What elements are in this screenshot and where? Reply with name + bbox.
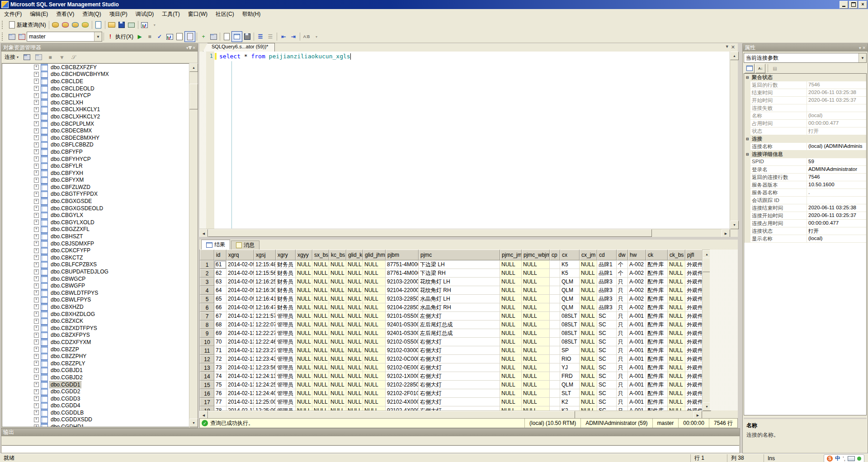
- grid-cell[interactable]: NULL: [312, 286, 329, 295]
- grid-cell[interactable]: 只: [617, 312, 628, 321]
- grid-cell[interactable]: [550, 303, 560, 312]
- grid-cell[interactable]: NULL: [346, 303, 363, 312]
- expand-icon[interactable]: +: [34, 276, 39, 281]
- oe-connect-server-button[interactable]: [22, 52, 32, 62]
- tree-item-table[interactable]: +dbo.CGDD1: [2, 381, 197, 388]
- chevron-down-icon[interactable]: ▾: [859, 46, 861, 50]
- template-parameters-button[interactable]: [184, 31, 195, 42]
- grid-cell[interactable]: 管理员: [276, 398, 296, 406]
- grid-cell[interactable]: 配件库: [646, 381, 668, 389]
- grid-cell[interactable]: 右侧大灯: [419, 389, 500, 398]
- grid-column-header[interactable]: glid_kc: [346, 250, 363, 260]
- grid-cell[interactable]: NULL: [522, 381, 550, 389]
- oe-filter-button[interactable]: ▼: [57, 52, 67, 62]
- grid-cell[interactable]: NULL: [346, 406, 363, 410]
- tree-item-table[interactable]: +dbo.CGDD3: [2, 395, 197, 402]
- grid-cell[interactable]: NULL: [500, 363, 522, 372]
- grid-cell[interactable]: 92401-0S300: [386, 321, 419, 329]
- grid-cell[interactable]: NULL: [329, 295, 346, 303]
- property-value[interactable]: (local): [807, 235, 866, 242]
- save-button[interactable]: [117, 20, 127, 30]
- grid-cell[interactable]: NULL: [522, 329, 550, 338]
- grid-cell[interactable]: 水晶角灯 LH: [419, 295, 500, 303]
- expand-icon[interactable]: +: [34, 206, 39, 211]
- grid-cell[interactable]: 2014-02-13: [226, 406, 254, 410]
- grid-cell[interactable]: 外观件: [685, 303, 703, 312]
- grid-cell[interactable]: NULL: [500, 260, 522, 269]
- expand-icon[interactable]: +: [34, 389, 39, 394]
- expand-icon[interactable]: +: [34, 213, 39, 218]
- grid-cell[interactable]: 12:15:48: [254, 260, 276, 269]
- tree-item-table[interactable]: +dbo.CGBJD1: [2, 367, 197, 374]
- tree-item-table[interactable]: +dbo.CBCLDEOLD: [2, 85, 197, 92]
- grid-cell[interactable]: SC: [597, 329, 617, 338]
- open-file-button[interactable]: [107, 20, 117, 30]
- grid-cell[interactable]: 花纹角灯 RH: [419, 286, 500, 295]
- grid-cell[interactable]: 财务员: [276, 260, 296, 269]
- expand-icon[interactable]: +: [34, 72, 39, 77]
- expand-icon[interactable]: +: [34, 142, 39, 147]
- grid-cell[interactable]: NULL: [522, 278, 550, 286]
- grid-cell[interactable]: NULL: [668, 389, 685, 398]
- grid-cell[interactable]: NULL: [580, 398, 597, 406]
- grid-cell[interactable]: NULL: [296, 260, 312, 269]
- expand-icon[interactable]: +: [34, 65, 39, 70]
- grid-cell[interactable]: NULL: [346, 381, 363, 389]
- grid-column-header[interactable]: xgyy: [296, 250, 312, 260]
- grid-cell[interactable]: NULL: [346, 269, 363, 278]
- grid-cell[interactable]: 2014-02-13: [226, 372, 254, 381]
- grid-cell[interactable]: NULL: [363, 303, 386, 312]
- property-value[interactable]: 7546: [807, 174, 866, 181]
- grid-cell[interactable]: 右侧大灯: [419, 338, 500, 346]
- grid-cell[interactable]: A-002: [628, 260, 646, 269]
- grid-cell[interactable]: 管理员: [276, 321, 296, 329]
- tree-item-table[interactable]: +dbo.CBCLXHKCLY2: [2, 113, 197, 120]
- grid-cell[interactable]: K5: [560, 260, 580, 269]
- grid-cell[interactable]: 73: [214, 363, 226, 372]
- grid-cell[interactable]: 12:22:27: [254, 329, 276, 338]
- expand-icon[interactable]: +: [34, 382, 39, 387]
- grid-cell[interactable]: NULL: [580, 303, 597, 312]
- tree-item-table[interactable]: +dbo.CBFYXM: [2, 177, 197, 184]
- grid-cell[interactable]: SC: [597, 398, 617, 406]
- grid-column-header[interactable]: pjbm: [386, 250, 419, 260]
- grid-cell[interactable]: [550, 372, 560, 381]
- tree-item-table[interactable]: +dbo.CBWLDTFPYS: [2, 289, 197, 297]
- grid-cell[interactable]: 管理员: [276, 346, 296, 355]
- grid-cell[interactable]: 个: [617, 269, 628, 278]
- grid-cell[interactable]: NULL: [363, 278, 386, 286]
- parse-button[interactable]: ✓: [155, 32, 165, 42]
- grid-column-header[interactable]: kc_bs: [329, 250, 346, 260]
- grid-cell[interactable]: 管理员: [276, 389, 296, 398]
- grid-cell[interactable]: 75: [214, 381, 226, 389]
- grid-cell[interactable]: 12:16:25: [254, 278, 276, 286]
- grid-cell[interactable]: 财务员: [276, 303, 296, 312]
- toolbar-grip[interactable]: [2, 33, 5, 41]
- grid-cell[interactable]: NULL: [668, 355, 685, 363]
- grid-cell[interactable]: NULL: [522, 398, 550, 406]
- toolbar-overflow-button[interactable]: ▾: [311, 32, 321, 42]
- grid-cell[interactable]: A-001: [628, 398, 646, 406]
- grid-cell[interactable]: NULL: [500, 286, 522, 295]
- grid-cell[interactable]: 12:23:43: [254, 355, 276, 363]
- grid-cell[interactable]: 92104-22850: [386, 303, 419, 312]
- scroll-down-icon[interactable]: ▼: [189, 419, 198, 427]
- grid-cell[interactable]: 只: [617, 398, 628, 406]
- tree-item-table[interactable]: +dbo.CBCHDWCBHYMX: [2, 71, 197, 78]
- grid-cell[interactable]: 配件库: [646, 269, 668, 278]
- grid-cell[interactable]: 92102-0E000: [386, 363, 419, 372]
- grid-cell[interactable]: NULL: [363, 295, 386, 303]
- chevron-down-icon[interactable]: ▼: [725, 44, 729, 50]
- query-document-tab[interactable]: SQLQuery6.s...ator (59))*: [203, 43, 275, 52]
- tree-item-table[interactable]: +dbo.CBGXGSDEOLD: [2, 205, 197, 212]
- grid-cell[interactable]: NULL: [363, 260, 386, 269]
- grid-row-header[interactable]: 7: [200, 312, 214, 321]
- grid-cell[interactable]: NULL: [346, 260, 363, 269]
- menu-item[interactable]: 社区(C): [212, 9, 238, 19]
- tree-item-table[interactable]: +dbo.CBDECBMX: [2, 127, 197, 134]
- grid-cell[interactable]: NULL: [668, 346, 685, 355]
- grid-cell[interactable]: NULL: [522, 372, 550, 381]
- grid-cell[interactable]: [550, 269, 560, 278]
- grid-cell[interactable]: 12:22:07: [254, 321, 276, 329]
- keyboard-icon[interactable]: [848, 456, 855, 461]
